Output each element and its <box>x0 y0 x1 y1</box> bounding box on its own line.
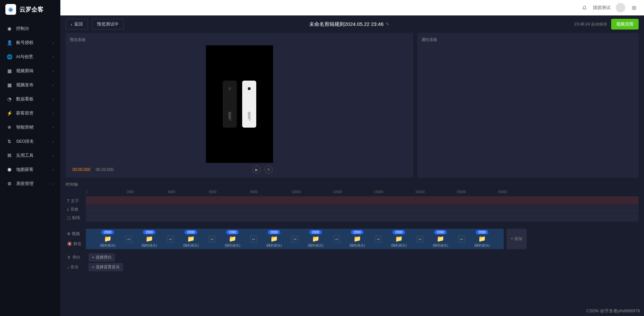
clip-item[interactable]: 2000📁(随机镜头)⏭ <box>254 230 294 248</box>
clips-section: ⊕视频🔇静音 2000📁(随机镜头)⏭2000📁(随机镜头)⏭2000📁(随机镜… <box>60 226 644 252</box>
nav-item-user[interactable]: 👤账号授权› <box>0 36 60 50</box>
clip-name: (随机镜头) <box>183 243 199 248</box>
nav-label: 地图获客 <box>16 167 34 173</box>
folder-icon: 📁 <box>270 235 278 242</box>
clip-item[interactable]: 2000📁(随机镜头) <box>462 230 502 248</box>
clip-duration: 2000 <box>351 230 364 234</box>
logo-icon: ◉ <box>5 4 16 15</box>
nav-item-map[interactable]: ⬢地图获客› <box>0 163 60 177</box>
folder-icon: 📁 <box>395 235 402 242</box>
timeline-ruler[interactable]: 0200040006000800010000120001400016000180… <box>86 190 639 197</box>
tick: 8000 <box>250 190 258 194</box>
clip-duration: 2000 <box>268 230 280 234</box>
track-label-贴纸: ▢贴纸 <box>66 214 86 222</box>
mute-icon: 🔇 <box>67 241 72 246</box>
sidebar: ◉ 云罗企客 ◉控制台👤账号授权›🌐AI与创意›▦视频剪辑›▦视频发布›◔数据看… <box>0 0 60 316</box>
reload-button[interactable]: ↻ <box>265 166 273 174</box>
transition-icon[interactable]: ⏭ <box>333 236 340 242</box>
transition-icon[interactable]: ⏭ <box>250 236 257 242</box>
svg-point-0 <box>633 7 634 8</box>
nav-item-leads[interactable]: ⚡获客留资› <box>0 106 60 120</box>
add-clip-button[interactable]: + 添加 <box>506 229 527 249</box>
clip-duration: 2000 <box>226 230 239 234</box>
clip-item[interactable]: 2000📁(随机镜头)⏭ <box>170 230 211 248</box>
bars-icon: ⫾ <box>67 207 69 212</box>
nav-item-tools[interactable]: ⌘实用工具› <box>0 148 60 163</box>
chevron-right-icon: › <box>53 182 54 186</box>
clip-item[interactable]: 2000📁(随机镜头)⏭ <box>129 230 170 248</box>
clip-duration: 2000 <box>392 230 405 234</box>
clips-label-静音: 🔇静音 <box>66 239 86 249</box>
transition-icon[interactable]: ⏭ <box>458 236 465 242</box>
track-sticker[interactable] <box>86 214 639 222</box>
transition-icon[interactable]: ⏭ <box>375 236 382 242</box>
clip-name: (随机镜头) <box>100 243 116 248</box>
back-button[interactable]: ‹ 返回 <box>66 19 88 30</box>
transition-icon[interactable]: ⏭ <box>125 236 132 242</box>
nav-item-grid[interactable]: ▦视频发布› <box>0 78 60 92</box>
folder-icon: 📁 <box>478 235 486 242</box>
nav-item-chart[interactable]: ◔数据看板› <box>0 92 60 106</box>
clip-item[interactable]: 2000📁(随机镜头)⏭ <box>87 230 128 248</box>
nav: ◉控制台👤账号授权›🌐AI与创意›▦视频剪辑›▦视频发布›◔数据看板›⚡获客留资… <box>0 19 60 193</box>
document-title: 未命名剪辑规则2024.05.22 23:46 ✎ <box>128 21 570 28</box>
T-icon: T <box>67 199 69 204</box>
nav-item-seo[interactable]: ⇅SEO排名› <box>0 134 60 148</box>
track-sfx[interactable] <box>86 205 639 214</box>
play-button[interactable]: ▶ <box>253 166 261 174</box>
preview-test-button[interactable]: 预览测试中 <box>92 19 124 30</box>
nav-item-marketing[interactable]: ※智能营销› <box>0 120 60 134</box>
chevron-right-icon: › <box>53 69 54 73</box>
nav-label: 智能营销 <box>16 124 34 130</box>
mic-icon: 🎙 <box>67 255 71 260</box>
transition-icon[interactable]: ⏭ <box>209 236 215 242</box>
music-label: ♪ 音乐 <box>66 264 86 270</box>
clip-name: (随机镜头) <box>350 243 365 248</box>
globe-icon: ⊕ <box>67 231 70 236</box>
nav-label: SEO排名 <box>16 138 34 144</box>
chevron-right-icon: › <box>53 126 54 129</box>
tools-icon: ⌘ <box>7 153 12 158</box>
leads-icon: ⚡ <box>7 110 12 116</box>
select-music-button[interactable]: + 选择背景音乐 <box>89 263 123 271</box>
nav-item-globe[interactable]: 🌐AI与创意› <box>0 50 60 64</box>
transition-icon[interactable]: ⏭ <box>292 236 299 242</box>
nav-item-dashboard[interactable]: ◉控制台 <box>0 21 60 36</box>
clip-item[interactable]: 2000📁(随机镜头)⏭ <box>295 230 336 248</box>
nav-item-gear[interactable]: ⚙系统管理› <box>0 177 60 191</box>
track-text[interactable] <box>86 197 639 205</box>
autosave-status: 23:46:24 自动保存 <box>574 21 607 27</box>
tick: 0 <box>86 190 87 194</box>
clip-item[interactable]: 2000📁(随机镜头)⏭ <box>420 230 461 248</box>
product-white: 66W° <box>242 81 256 128</box>
chevron-right-icon: › <box>53 41 54 45</box>
folder-icon: 📁 <box>437 235 444 242</box>
settings-icon[interactable] <box>631 4 637 11</box>
chevron-right-icon: › <box>53 168 54 172</box>
watermark: CSDN @开发者ylhd898978 <box>586 308 640 314</box>
select-narration-button[interactable]: + 选择旁白 <box>89 253 115 262</box>
logo-text: 云罗企客 <box>19 5 44 13</box>
product-black: 66W° <box>223 81 237 128</box>
bell-icon[interactable] <box>581 4 588 11</box>
preview-video[interactable]: 66W° 66W° <box>206 45 273 163</box>
nav-item-film[interactable]: ▦视频剪辑› <box>0 64 60 78</box>
clip-item[interactable]: 2000📁(随机镜头)⏭ <box>337 230 378 248</box>
avatar[interactable] <box>616 3 625 12</box>
image-icon: ▢ <box>67 216 71 220</box>
clip-item[interactable]: 2000📁(随机镜头)⏭ <box>212 230 253 248</box>
clip-name: (随机镜头) <box>474 243 490 248</box>
transition-icon[interactable]: ⏭ <box>417 236 423 242</box>
clip-item[interactable]: 2000📁(随机镜头)⏭ <box>378 230 419 248</box>
clips-row: 2000📁(随机镜头)⏭2000📁(随机镜头)⏭2000📁(随机镜头)⏭2000… <box>86 229 504 249</box>
clip-name: (随机镜头) <box>266 243 282 248</box>
transition-icon[interactable]: ⏭ <box>167 236 174 242</box>
chevron-right-icon: › <box>53 55 54 59</box>
marketing-icon: ※ <box>7 125 12 130</box>
chevron-right-icon: › <box>53 154 54 157</box>
clip-name: (随机镜头) <box>433 243 448 248</box>
video-mix-button[interactable]: 视频混剪 <box>611 19 639 30</box>
timeline-section: 时间轴 T文字⫾音效▢贴纸 02000400060008000100001200… <box>60 178 644 226</box>
edit-icon[interactable]: ✎ <box>386 22 389 27</box>
props-panel-title: 属性面板 <box>421 37 635 43</box>
